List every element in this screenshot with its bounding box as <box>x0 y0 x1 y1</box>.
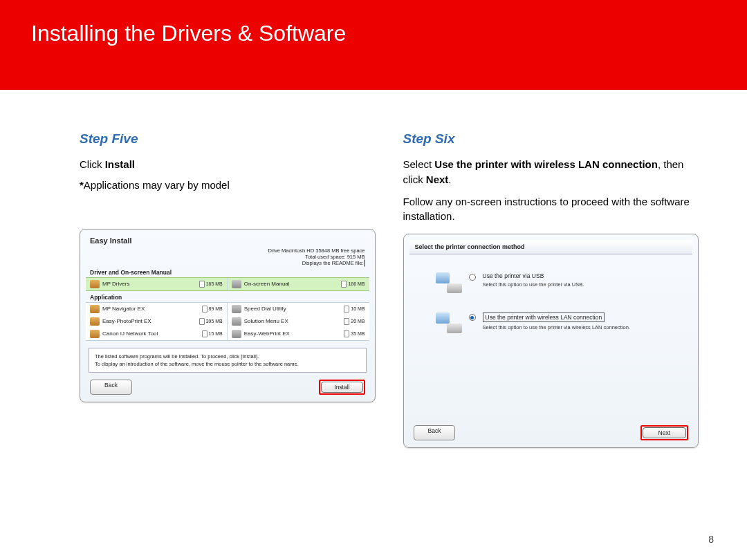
doc-icon <box>341 281 347 288</box>
doc-icon <box>344 306 349 312</box>
app-item[interactable]: Canon IJ Network Tool15 MB <box>86 328 228 340</box>
disk-info: Drive Macintosh HD 35848 MB free space T… <box>86 248 369 266</box>
help-line-1: The listed software programs will be ins… <box>95 353 360 360</box>
item-size: 10 MB <box>341 306 365 312</box>
usb-desc: Select this option to use the printer vi… <box>483 281 584 288</box>
size-text: 15 MB <box>209 331 223 336</box>
app-item[interactable]: Speed Dial Utility10 MB <box>228 303 369 315</box>
install-button[interactable]: Install <box>321 382 362 393</box>
item-name: On-screen Manual <box>244 281 290 287</box>
easy-install-title: Easy Install <box>86 235 369 248</box>
package-icon <box>232 305 241 313</box>
step-five-note: *Applications may vary by model <box>80 179 376 191</box>
apps-section-label: Application <box>86 291 369 302</box>
usb-label: Use the printer via USB <box>483 272 584 279</box>
readme-line: Displays the README file: <box>86 260 365 266</box>
step-six-heading: Step Six <box>403 131 699 147</box>
connection-button-row: Back Next <box>414 425 689 440</box>
text: Select <box>403 158 435 170</box>
item-name: MP Drivers <box>102 281 129 287</box>
lan-radio[interactable] <box>469 314 476 321</box>
app-item[interactable]: MP Navigator EX89 MB <box>86 303 228 315</box>
help-box: The listed software programs will be ins… <box>89 348 367 373</box>
item-size: 89 MB <box>199 306 223 312</box>
doc-icon <box>202 330 208 337</box>
drivers-section-label: Driver and On-screen Manual <box>86 266 369 277</box>
bold1: Use the printer with wireless LAN connec… <box>434 158 658 170</box>
package-icon <box>90 305 100 313</box>
text: . <box>448 174 451 185</box>
back-button[interactable]: Back <box>90 380 132 395</box>
step-five-column: Step Five Click Install *Applications ma… <box>80 131 376 448</box>
next-button[interactable]: Next <box>643 427 686 438</box>
lan-text: Use the printer with wireless LAN connec… <box>483 312 630 330</box>
apps-row: MP Navigator EX89 MB Speed Dial Utility1… <box>86 302 369 341</box>
lan-option[interactable]: Use the printer with wireless LAN connec… <box>436 312 676 333</box>
doc-icon <box>344 318 349 325</box>
item-size: 35 MB <box>341 330 365 337</box>
item-size: 20 MB <box>341 318 365 325</box>
package-icon <box>90 330 100 338</box>
app-item[interactable]: Easy-PhotoPrint EX395 MB <box>86 315 228 328</box>
size-text: 395 MB <box>206 319 223 324</box>
item-name: Easy-PhotoPrint EX <box>102 318 151 324</box>
step-six-line2: Follow any on-screen instructions to pro… <box>403 194 699 225</box>
size-text: 165 MB <box>206 281 223 286</box>
next-highlight: Next <box>640 425 688 440</box>
item-name: Speed Dial Utility <box>244 306 286 312</box>
size-text: 166 MB <box>348 281 365 286</box>
package-icon <box>232 330 241 338</box>
note-body: Applications may vary by model <box>84 179 230 191</box>
app-item[interactable]: Easy-WebPrint EX35 MB <box>228 328 369 340</box>
size-text: 89 MB <box>209 306 223 311</box>
step-five-instruction: Click Install <box>80 157 376 172</box>
usb-radio[interactable] <box>469 274 476 281</box>
item-name: Canon IJ Network Tool <box>102 330 158 337</box>
install-bold: Install <box>105 158 135 170</box>
usb-option[interactable]: Use the printer via USB Select this opti… <box>436 272 676 293</box>
package-icon <box>90 317 100 326</box>
free-space: Drive Macintosh HD 35848 MB free space <box>86 248 365 254</box>
button-row: Back Install <box>86 377 369 396</box>
item-size: 395 MB <box>196 318 223 325</box>
package-icon <box>90 280 100 288</box>
used-space: Total used space: 915 MB <box>86 254 365 260</box>
item-size: 166 MB <box>338 281 365 288</box>
page-number: 8 <box>708 534 714 545</box>
doc-icon <box>199 318 205 325</box>
item-name: Solution Menu EX <box>244 318 288 324</box>
size-text: 20 MB <box>351 319 365 324</box>
connection-body: Use the printer via USB Select this opti… <box>409 254 693 362</box>
size-text: 10 MB <box>351 306 365 311</box>
package-icon <box>232 317 241 326</box>
usb-device-icon <box>436 272 462 293</box>
doc-icon <box>344 330 349 337</box>
text: Click <box>80 158 105 170</box>
lan-desc: Select this option to use the printer vi… <box>483 324 630 330</box>
item-name: MP Navigator EX <box>102 306 145 312</box>
lan-device-icon <box>436 312 462 333</box>
connection-method-dialog: Select the printer connection method Use… <box>403 234 699 448</box>
radio-dot-icon <box>470 316 474 319</box>
back-button[interactable]: Back <box>414 425 456 440</box>
driver-item[interactable]: MP Drivers165 MB <box>86 278 228 290</box>
content-area: Step Five Click Install *Applications ma… <box>0 90 747 448</box>
step-five-heading: Step Five <box>80 131 376 147</box>
step-six-column: Step Six Select Use the printer with wir… <box>403 131 699 448</box>
doc-icon <box>202 306 208 312</box>
install-highlight: Install <box>319 380 365 395</box>
bold2: Next <box>426 174 449 185</box>
driver-item[interactable]: On-screen Manual166 MB <box>228 278 369 290</box>
help-line-2: To display an introduction of the softwa… <box>95 360 360 368</box>
size-text: 35 MB <box>351 331 365 336</box>
connection-heading: Select the printer connection method <box>409 240 693 254</box>
item-name: Easy-WebPrint EX <box>244 330 290 337</box>
usb-text: Use the printer via USB Select this opti… <box>483 272 584 288</box>
lan-label: Use the printer with wireless LAN connec… <box>483 312 605 322</box>
doc-icon <box>199 281 205 288</box>
easy-install-dialog: Easy Install Drive Macintosh HD 35848 MB… <box>80 229 376 403</box>
drivers-row: MP Drivers165 MB On-screen Manual166 MB <box>86 277 369 291</box>
readme-icon[interactable] <box>364 259 365 267</box>
step-six-line1: Select Use the printer with wireless LAN… <box>403 157 699 187</box>
app-item[interactable]: Solution Menu EX20 MB <box>228 315 369 328</box>
